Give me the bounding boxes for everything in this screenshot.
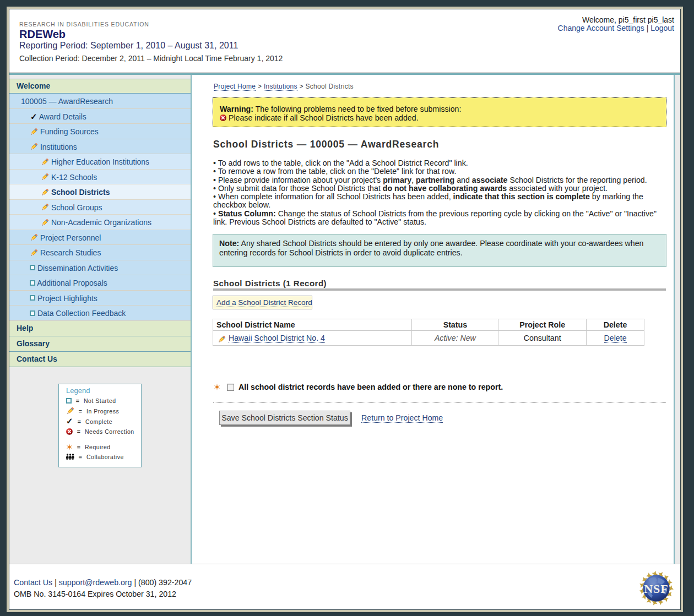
svg-text:NSF: NSF <box>644 582 669 596</box>
